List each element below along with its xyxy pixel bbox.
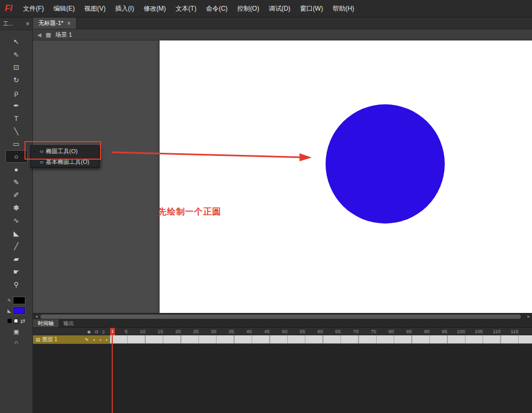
flyout-item-label: 基本椭圆工具(O) [46,158,89,166]
stroke-color-row: ✎ [7,297,26,304]
playhead[interactable]: 1 [110,328,115,335]
scroll-right-icon[interactable]: ▸ [525,314,532,319]
flyout-primitive-oval-tool[interactable]: ○ 基本椭圆工具(O) [31,156,99,167]
lasso-tool[interactable]: ρ [5,86,28,99]
timeline-panel: ◉ Ω ▯ 1 5 10 15 20 25 30 [33,328,532,413]
close-tab-icon[interactable]: × [67,20,71,27]
tool-icon: ✽ [13,204,19,212]
ruler-number: 85 [394,328,412,335]
playhead-line [112,335,113,413]
layer-visibility-dot[interactable]: • [94,337,95,342]
tab-timeline[interactable]: 时间轴 [33,319,59,327]
tools-panel-title: 工... [3,20,13,28]
default-swap-row: ⇄ [7,317,25,325]
outline-icon[interactable]: ▯ [103,329,105,334]
document-title: 无标题-1* [38,19,63,27]
free-transform-tool[interactable]: ⊡ [5,61,28,73]
ruler-number: 55 [288,328,305,335]
ruler-number: 70 [341,328,359,335]
tab-output[interactable]: 输出 [59,319,79,327]
menu-command[interactable]: 命令(C) [201,0,232,18]
layer-lock-dot[interactable]: • [99,337,101,342]
ruler-number: 60 [305,328,323,335]
menu-view[interactable]: 视图(V) [80,0,111,18]
eyedropper-tool[interactable]: ╱ [5,239,28,252]
swap-colors-icon[interactable]: ⇄ [20,317,25,325]
timeline-tab-bar: 时间轴 输出 [33,319,532,328]
ruler-number: 105 [466,328,483,335]
scroll-left-icon[interactable]: ◂ [33,314,40,319]
layer-flags: ✎ • • ▪ [85,337,107,342]
pencil-tool[interactable]: ✎ [5,176,28,188]
text-tool[interactable]: T [5,112,28,125]
oval-tool[interactable]: ○ [5,150,28,163]
layer-1-row[interactable]: ▤ 图层 1 ✎ • • ▪ [33,335,110,344]
frame-strip[interactable] [110,335,532,344]
document-tab[interactable]: 无标题-1* × [33,18,77,29]
ruler-number: 110 [483,328,501,335]
edit-bar: ◀ ▦ 场景 1 [33,29,532,40]
drawn-circle-shape[interactable] [326,104,445,224]
timeline-ruler[interactable]: 1 5 10 15 20 25 30 35 40 [110,328,532,335]
tool-icon: ρ [14,89,18,97]
menu-modify[interactable]: 修改(M) [139,0,171,18]
rotation-3d-tool[interactable]: ↻ [5,73,28,86]
tool-icon: ⚲ [14,280,19,288]
layer-page-icon: ▤ [36,337,40,342]
tool-icon: ╱ [14,242,19,250]
line-tool[interactable]: ╲ [5,125,28,137]
deco-tool[interactable]: ✽ [5,201,28,214]
menu-help[interactable]: 帮助(H) [328,0,359,18]
tools-panel-header: 工... ≡ [0,18,32,30]
hand-tool[interactable]: ☛ [5,265,28,278]
tool-icon: ● [14,166,19,174]
layer-column-headers: ◉ Ω ▯ [33,328,110,335]
brush-tool[interactable]: ✐ [5,188,28,201]
pen-tool[interactable]: ✒ [5,99,28,112]
snap-magnet-icon[interactable]: ∩ [14,338,19,346]
flyout-oval-tool[interactable]: ▪ ○ 椭圆工具(O) [31,146,99,156]
menu-debug[interactable]: 调试(D) [264,0,295,18]
ruler-number: 10 [128,328,145,335]
menu-bar: Fl 文件(F) 编辑(E) 视图(V) 插入(I) 修改(M) 文本(T) 命… [0,0,532,18]
default-fill-mini-swatch[interactable] [14,319,18,323]
tool-icon: ⊡ [13,63,19,71]
bone-tool[interactable]: ∿ [5,214,28,227]
panel-menu-icon[interactable]: ≡ [26,21,29,27]
stroke-color-swatch[interactable] [13,297,25,304]
tool-icon: ▰ [14,255,19,263]
paint-bucket-tool[interactable]: ◣ [5,227,28,239]
fill-bucket-icon: ◣ [7,308,11,313]
layer-outline-square[interactable]: ▪ [106,337,107,342]
menu-text[interactable]: 文本(T) [171,0,201,18]
object-drawing-icon[interactable]: ▣ [13,328,19,335]
layer-name[interactable]: 图层 1 [43,336,57,343]
zoom-tool[interactable]: ⚲ [5,278,28,291]
menu-insert[interactable]: 插入(I) [111,0,139,18]
stroke-pencil-icon: ✎ [7,298,12,303]
lock-icon[interactable]: Ω [95,329,98,334]
scene-breadcrumb[interactable]: 场景 1 [55,31,72,39]
menu-window[interactable]: 窗口(W) [295,0,328,18]
oval-icon: ○ [39,159,44,165]
stage-canvas[interactable] [160,40,532,313]
default-stroke-mini-swatch[interactable] [7,319,12,323]
scrollbar-track[interactable] [40,314,525,319]
menu-control[interactable]: 控制(O) [232,0,264,18]
menu-edit[interactable]: 编辑(E) [49,0,80,18]
tool-icon: ↖ [13,38,19,46]
back-arrow-icon[interactable]: ◀ [37,32,41,38]
eye-icon[interactable]: ◉ [87,329,91,334]
menu-file[interactable]: 文件(F) [18,0,48,18]
rectangle-tool[interactable]: ▭ [5,137,28,150]
pasteboard[interactable] [33,40,532,313]
primitive-oval-tool[interactable]: ● [5,163,28,176]
ruler-number: 115 [501,328,519,335]
subselection-tool[interactable]: ⇖ [5,48,28,61]
eraser-tool[interactable]: ▰ [5,252,28,265]
scrollbar-thumb[interactable] [40,315,521,319]
selection-tool[interactable]: ↖ [5,35,28,48]
fill-color-swatch[interactable] [13,307,25,314]
ruler-number: 65 [323,328,341,335]
tools-list: ↖ ⇖ ⊡ ↻ ρ ✒ [0,30,32,291]
